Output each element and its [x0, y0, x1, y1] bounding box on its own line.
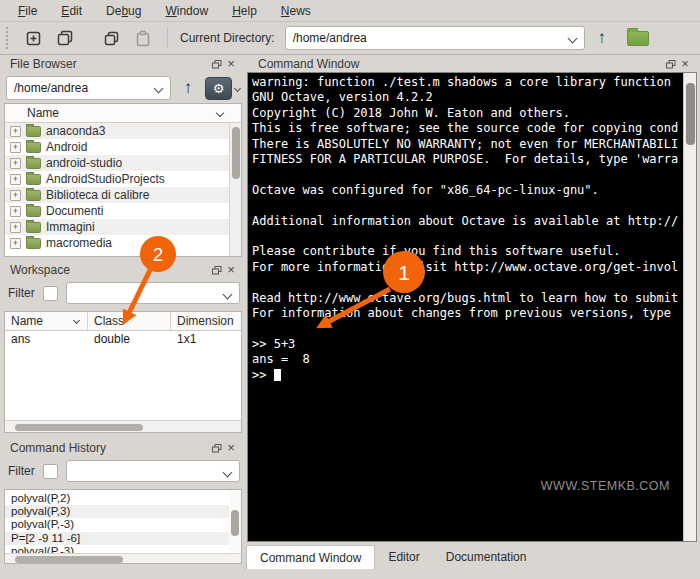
scrollbar-thumb[interactable] [231, 510, 239, 536]
terminal-line [252, 321, 682, 336]
file-browser-item[interactable]: + Biblioteca di calibre [5, 187, 229, 203]
chevron-down-icon [154, 84, 164, 94]
expand-icon[interactable]: + [10, 142, 21, 153]
expand-icon[interactable]: + [10, 238, 21, 249]
terminal-line: Octave was configured for "x86_64-pc-lin… [252, 183, 682, 198]
file-browser-item[interactable]: + macromedia [5, 235, 229, 251]
close-panel-button[interactable]: × [224, 57, 238, 71]
close-panel-button[interactable]: × [678, 57, 692, 71]
expand-icon[interactable]: + [10, 174, 21, 185]
open-file-button[interactable] [51, 25, 79, 51]
folder-name: Biblioteca di calibre [46, 188, 149, 202]
terminal-line [252, 275, 682, 290]
column-header-name[interactable]: Name [5, 312, 88, 330]
sort-chevron-icon [216, 109, 224, 117]
expand-icon[interactable]: + [10, 126, 21, 137]
close-panel-button[interactable]: × [224, 263, 238, 277]
up-arrow-icon: ↑ [184, 78, 193, 98]
menu-item[interactable]: Help [222, 2, 267, 20]
terminal[interactable]: warning: function ./test.m shadows a cor… [247, 72, 697, 542]
command-history-title: Command History [10, 441, 106, 455]
expand-icon[interactable]: + [10, 206, 21, 217]
file-browser-item[interactable]: + Documenti [5, 203, 229, 219]
terminal-line: warning: function ./test.m shadows a cor… [252, 75, 682, 90]
file-browser-name-header[interactable]: Name [5, 104, 241, 123]
file-browser-item[interactable]: + anaconda3 [5, 123, 229, 139]
tab-command-window[interactable]: Command Window [246, 545, 375, 569]
chevron-down-icon [223, 468, 233, 478]
folder-name: AndroidStudioProjects [46, 172, 165, 186]
folder-name: anaconda3 [46, 124, 105, 138]
terminal-output: warning: function ./test.m shadows a cor… [252, 75, 682, 541]
watermark: WWW.STEMKB.COM [541, 479, 670, 493]
workspace-row[interactable]: ans double 1x1 [5, 331, 241, 347]
history-filter-combo[interactable] [66, 460, 240, 482]
current-directory-combo[interactable]: /home/andrea [285, 26, 585, 50]
folder-name: android-studio [46, 156, 122, 170]
close-icon: × [227, 58, 235, 70]
workspace-panel: Workspace × Filter Name Class Dimension … [2, 261, 244, 435]
folder-name: Immagini [46, 220, 95, 234]
main-toolbar: Current Directory: /home/andrea ↑ [0, 22, 700, 55]
folder-icon [26, 174, 41, 185]
undock-button[interactable] [664, 57, 678, 71]
folder-icon [26, 142, 41, 153]
history-item[interactable]: polyval(P,-3) [5, 518, 229, 531]
column-header-class[interactable]: Class [88, 312, 171, 330]
menu-item[interactable]: Window [155, 2, 218, 20]
undock-button[interactable] [210, 57, 224, 71]
expand-icon[interactable]: + [10, 190, 21, 201]
open-file-icon [56, 29, 74, 47]
column-header-dimension[interactable]: Dimension [171, 312, 241, 330]
workspace-hscrollbar[interactable] [5, 420, 241, 432]
undock-button[interactable] [210, 263, 224, 277]
undock-button[interactable] [210, 441, 224, 455]
menu-item[interactable]: News [271, 2, 321, 20]
variable-class: double [88, 331, 171, 347]
undock-icon [212, 444, 222, 453]
file-browser-item[interactable]: + AndroidStudioProjects [5, 171, 229, 187]
menu-item[interactable]: Debug [96, 2, 151, 20]
workspace-title: Workspace [10, 263, 70, 277]
new-script-icon [25, 30, 42, 47]
directory-up-button[interactable]: ↑ [589, 25, 615, 51]
terminal-line [252, 229, 682, 244]
terminal-scrollbar[interactable] [683, 73, 696, 541]
history-scrollbar[interactable] [229, 490, 241, 553]
filter-checkbox[interactable] [43, 464, 58, 479]
close-icon: × [227, 264, 235, 276]
terminal-line: For more information, visit http://www.o… [252, 260, 682, 275]
file-browser-up-button[interactable]: ↑ [177, 75, 199, 101]
tab-documentation[interactable]: Documentation [433, 545, 540, 569]
workspace-filter-combo[interactable] [66, 282, 240, 304]
file-browser-item[interactable]: + Android [5, 139, 229, 155]
new-script-button[interactable] [19, 25, 47, 51]
file-browser-actions-button[interactable]: ⚙ [205, 77, 232, 100]
tab-editor[interactable]: Editor [375, 545, 432, 569]
menu-item[interactable]: Edit [51, 2, 92, 20]
history-hscrollbar[interactable] [5, 553, 241, 563]
file-browser-item[interactable]: + Immagini [5, 219, 229, 235]
scrollbar-thumb[interactable] [15, 556, 123, 563]
file-browser-item[interactable]: + android-studio [5, 155, 229, 171]
browse-directories-button[interactable] [627, 31, 649, 46]
up-arrow-icon: ↑ [597, 28, 606, 48]
folder-name: Android [46, 140, 87, 154]
scrollbar-thumb[interactable] [232, 127, 240, 179]
copy-button[interactable] [97, 25, 125, 51]
filter-checkbox[interactable] [43, 286, 58, 301]
close-panel-button[interactable]: × [224, 441, 238, 455]
file-browser-scrollbar[interactable] [229, 123, 241, 256]
paste-button[interactable] [129, 25, 157, 51]
scrollbar-thumb[interactable] [686, 83, 695, 145]
expand-icon[interactable]: + [10, 222, 21, 233]
file-browser-path-combo[interactable]: /home/andrea [6, 76, 171, 100]
history-item[interactable]: polyval(P,2) [5, 492, 229, 505]
history-item[interactable]: P=[2 -9 11 -6] [5, 532, 229, 545]
history-item[interactable]: polyval(P,3) [5, 505, 229, 518]
menu-item[interactable]: File [8, 2, 47, 20]
toolbar-drag-handle[interactable] [6, 27, 11, 49]
current-directory-label: Current Directory: [180, 31, 275, 45]
expand-icon[interactable]: + [10, 158, 21, 169]
scrollbar-thumb[interactable] [15, 424, 143, 431]
